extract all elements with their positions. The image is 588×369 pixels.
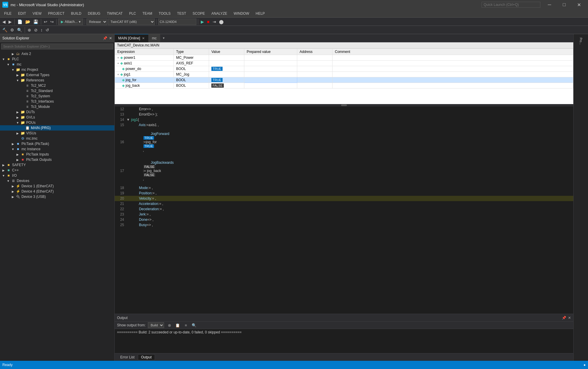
save-btn[interactable]: 💾 [32,19,39,25]
output-close-btn[interactable]: ✕ [568,316,571,320]
menu-team[interactable]: TEAM [140,10,155,17]
new-file-btn[interactable]: 📄 [16,19,24,25]
quick-launch-input[interactable] [482,2,540,8]
debug2-btn[interactable]: ⊘ [33,27,39,33]
mc-project-arrow[interactable]: ▼ [11,68,15,71]
tree-item-devices[interactable]: ▼ 🖥 Devices [0,178,114,183]
run-btn[interactable]: ▶ [200,19,205,25]
nav-btn[interactable]: ↕ [39,27,44,33]
tab-error-list[interactable]: Error List [117,354,138,360]
tree-item-plctask-outputs[interactable]: ▶ ■ PlcTask Outputs [0,157,114,162]
platform-dropdown[interactable]: TwinCAT RT (x86) [108,19,155,25]
tree-item-tc3module[interactable]: ≡ Tc3_Module [0,104,114,109]
tree-item-axis2[interactable]: ▶ 🗂 Axis 2 [0,51,114,56]
tab-overflow-btn[interactable]: ▾ [163,36,165,40]
io-arrow[interactable]: ▼ [1,174,6,177]
stop-btn[interactable]: ■ [206,19,211,25]
build-btn[interactable]: 🔨 [1,27,9,33]
configuration-dropdown[interactable]: Release [86,19,107,25]
gvls-arrow[interactable]: ▶ [15,116,20,119]
maximize-button[interactable]: □ [557,0,571,9]
attach-button[interactable]: ▶ Attach... ▾ [58,19,83,25]
device3-arrow[interactable]: ▶ [11,195,15,198]
undo-btn[interactable]: ↩ [43,19,49,25]
se-close-btn[interactable]: ✕ [109,36,112,40]
references-arrow[interactable]: ▼ [15,79,20,82]
se-search-input[interactable] [1,44,113,49]
menu-debug[interactable]: DEBUG [85,10,103,17]
device-input[interactable] [158,19,196,25]
tree-item-tc2standard[interactable]: ≡ Tc2_Standard [0,88,114,93]
tree-item-references[interactable]: ▼ 📁 References [0,78,114,83]
expand-14[interactable]: ▼ [126,118,131,122]
output-filter-btn[interactable]: 🔍 [191,322,197,328]
open-btn[interactable]: 📂 [24,19,31,25]
mc-instance-arrow[interactable]: ▼ [11,148,15,151]
duts-arrow[interactable]: ▶ [15,111,20,114]
tree-item-tc2mc2[interactable]: ≡ Tc2_MC2 [0,83,114,88]
axis1-expand[interactable]: + [117,62,119,65]
tree-item-external-types[interactable]: ▶ 📁 External Types [0,72,114,78]
tab-main-online[interactable]: MAIN [Online] ✕ [115,34,148,42]
deploy-btn[interactable]: ⊕ [26,27,32,33]
axis2-arrow[interactable]: ▶ [11,52,15,56]
tab-output[interactable]: Output [138,354,155,360]
close-button[interactable]: ✕ [572,0,586,9]
safety-arrow[interactable]: ▶ [1,163,6,167]
external-types-arrow[interactable]: ▶ [15,74,20,77]
reload-btn[interactable]: ↺ [44,27,50,33]
tree-item-plctask[interactable]: ▶ ■ PlcTask (PlcTask) [0,141,114,146]
menu-help[interactable]: HELP [253,10,268,17]
tree-item-mc-instance[interactable]: ▼ ■ mc Instance [0,146,114,152]
tree-item-tc3interfaces[interactable]: ≡ Tc3_Interfaces [0,99,114,104]
back-btn[interactable]: ◀ [1,19,7,25]
output-clear-btn[interactable]: ⊗ [166,322,172,328]
scroll-handle[interactable] [341,104,347,106]
device4-arrow[interactable]: ▶ [11,190,15,193]
tree-item-tc2system[interactable]: ≡ Tc2_System [0,93,114,99]
forward-btn[interactable]: ▶ [7,19,13,25]
tree-item-duts[interactable]: ▶ 📁 DUTs [0,109,114,115]
cpp-arrow[interactable]: ▶ [1,169,6,172]
jog-for-prepared[interactable] [244,77,297,83]
minimize-button[interactable]: ─ [543,0,556,9]
tree-item-pous[interactable]: ▼ 📁 POUs [0,120,114,125]
se-pin-btn[interactable]: 📌 [103,36,107,40]
menu-plc[interactable]: PLC [126,10,139,17]
tree-item-device1[interactable]: ▶ ⚡ Device 1 (EtherCAT) [0,183,114,189]
mc-arrow[interactable]: ▼ [6,63,11,66]
attach-dropdown-arrow[interactable]: ▾ [79,20,81,24]
menu-twincat[interactable]: TWINCAT [104,10,126,17]
plctask-inputs-arrow[interactable]: ▶ [15,153,20,156]
plctask-arrow[interactable]: ▶ [11,142,15,146]
tree-item-mc-project[interactable]: ▼ 📁 mc Project [0,67,114,72]
menu-window[interactable]: WINDOW [231,10,252,17]
tree-item-gvls[interactable]: ▶ 📁 GVLs [0,115,114,120]
menu-analyze[interactable]: ANALYZE [208,10,230,17]
tab-mc[interactable]: mc [148,34,161,42]
code-editor[interactable]: 12 Error=> , 13 ErrorID=> ); 14 ▼ jog1( [115,106,573,314]
redo-btn[interactable]: ↪ [49,19,55,25]
pous-arrow[interactable]: ▼ [15,121,20,124]
plctask-outputs-arrow[interactable]: ▶ [15,158,20,161]
tree-item-mctmc[interactable]: ⚙ mc.tmc [0,136,114,141]
device1-arrow[interactable]: ▶ [11,185,15,188]
tree-item-mc[interactable]: ▼ ■ mc [0,62,114,67]
menu-file[interactable]: FILE [1,10,14,17]
step-btn[interactable]: ⇥ [211,19,217,25]
power1-expand[interactable]: + [117,56,119,59]
jog1-expand[interactable]: + [117,73,119,76]
settings-btn[interactable]: ⚙ [9,27,15,33]
tree-item-plctask-inputs[interactable]: ▶ ■ PlcTask Inputs [0,152,114,157]
tab-main-close[interactable]: ✕ [142,36,145,40]
menu-scope[interactable]: SCOPE [190,10,208,17]
menu-build[interactable]: BUILD [68,10,84,17]
output-source-select[interactable]: Build [148,322,164,328]
menu-edit[interactable]: EDIT [15,10,29,17]
visus-arrow[interactable]: ▶ [15,132,20,135]
tree-item-device3[interactable]: ▶ 🔌 Device 3 (USB) [0,194,114,199]
menu-view[interactable]: VIEW [30,10,45,17]
tree-item-cpp[interactable]: ▶ ■ C++ [0,168,114,173]
devices-arrow[interactable]: ▼ [6,179,11,183]
tree-item-safety[interactable]: ▶ ■ SAFETY [0,162,114,168]
